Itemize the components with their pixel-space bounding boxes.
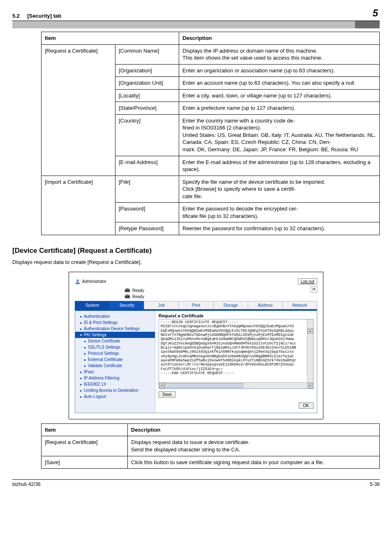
logout-button[interactable]: Log out	[298, 278, 317, 284]
svg-rect-2	[126, 288, 129, 290]
sidebar-item-ieee[interactable]: IEEE802.1X	[75, 381, 155, 387]
footer-model: bizhub 42/36	[12, 481, 41, 487]
sidebar-item-ipsec[interactable]: IPsec	[75, 369, 155, 375]
desc-cell: Enter the password to decode the encrypt…	[179, 203, 380, 222]
section-title: [Security] tab	[27, 13, 61, 19]
desc-cell: Specify the file name of the device cert…	[179, 176, 380, 203]
item-cell: [Save]	[42, 456, 128, 469]
status-block: Ready Ready	[124, 288, 144, 300]
header-accent	[12, 21, 380, 28]
field-cell: [Organization]	[115, 64, 179, 77]
field-cell: [Retype Password]	[115, 222, 179, 235]
field-cell: [Organization Unit]	[115, 77, 179, 90]
tab-bar: System Security Job Print Storage Addres…	[75, 301, 317, 309]
admin-label-text: Administrator	[82, 279, 106, 284]
table-row: [Request a Certificate] [Common Name] Di…	[42, 44, 380, 64]
tab-address[interactable]: Address	[248, 301, 283, 309]
content-heading: Request a Certificate	[159, 313, 314, 318]
scroll-thumb[interactable]	[165, 383, 243, 388]
field-cell: [File]	[115, 176, 179, 203]
tab-job[interactable]: Job	[144, 301, 179, 309]
desc-cell: Enter an organization or association nam…	[179, 64, 380, 77]
printer-icon	[124, 294, 131, 300]
desc-cell: Enter a prefecture name (up to 127 chara…	[179, 102, 380, 115]
desc-cell: Displays request data to issue a device …	[128, 436, 380, 456]
desc-cell: Enter a city, ward, town, or village nam…	[179, 89, 380, 102]
horizontal-scrollbar[interactable]: ◂ ▸	[159, 382, 313, 388]
col-desc: Description	[179, 32, 380, 45]
refresh-icon[interactable]: ⟳	[311, 286, 317, 293]
desc-cell: Displays the IP address or domain name o…	[179, 44, 380, 64]
footer-page: 5-38	[370, 481, 380, 487]
printer-icon	[124, 288, 131, 294]
item-cell: [Request a Certificate]	[42, 436, 128, 456]
svg-point-0	[76, 280, 78, 282]
page-header: 5.2 [Security] tab 5	[12, 0, 380, 21]
desc-cell: Click this button to save certificate si…	[128, 456, 380, 469]
col-desc: Description	[128, 423, 380, 436]
tab-print[interactable]: Print	[178, 301, 213, 309]
field-cell: [Common Name]	[115, 44, 179, 64]
admin-icon	[75, 279, 81, 284]
ready-text: Ready	[132, 294, 144, 299]
group-cell: [Request a Certificate]	[42, 44, 115, 176]
page-footer: bizhub 42/36 5-38	[12, 479, 380, 487]
svg-rect-4	[126, 294, 129, 296]
admin-screenshot: Administrator Log out Ready Ready ⟳ Syst…	[69, 272, 323, 419]
sidebar-item-limiting[interactable]: Limiting Access to Destination	[75, 387, 155, 393]
field-cell: [Password]	[115, 203, 179, 222]
admin-label: Administrator	[75, 279, 106, 284]
section-heading: [Device Certificate] (Request a Certific…	[12, 247, 380, 255]
table-row: [Save] Click this button to save certifi…	[42, 456, 380, 469]
certificate-textarea[interactable]: -----BEGIN CERTIFICATE REQUEST----- MIIB…	[159, 319, 314, 389]
col-item: Item	[42, 32, 179, 45]
settings-table: Item Description [Request a Certificate]…	[41, 32, 380, 235]
table-row: [Request a Certificate] Displays request…	[42, 436, 380, 456]
desc-cell: Reenter the password for confirmation (u…	[179, 222, 380, 235]
section-label: 5.2 [Security] tab	[12, 13, 61, 19]
field-cell: [State/Province]	[115, 102, 179, 115]
description-table: Item Description [Request a Certificate]…	[41, 423, 380, 469]
ready-text: Ready	[132, 288, 144, 293]
group-cell: [Import a Certificate]	[42, 176, 115, 235]
desc-cell: Enter the country name with a country co…	[179, 114, 380, 156]
sidebar-item-extcert[interactable]: External Certificate	[75, 356, 155, 363]
vertical-scrollbar[interactable]: ▴	[307, 319, 313, 382]
sidebar-item-ssltls[interactable]: SSL/TLS Settings	[75, 344, 155, 350]
sidebar-item-authdev[interactable]: Authentication Device Settings	[75, 326, 155, 332]
sidebar-item-ipfilter[interactable]: IP Address Filtering	[75, 375, 155, 381]
svg-rect-3	[125, 295, 130, 298]
tab-network[interactable]: Network	[282, 301, 317, 309]
sidebar-item-pki[interactable]: PKI Settings	[75, 332, 155, 338]
sidebar-item-devcert[interactable]: Device Certificate	[75, 338, 155, 344]
section-num: 5.2	[12, 13, 20, 19]
desc-cell: Enter the E-mail address of the administ…	[179, 156, 380, 176]
tab-storage[interactable]: Storage	[213, 301, 248, 309]
scroll-left-icon[interactable]: ◂	[159, 383, 165, 388]
table-row: [Import a Certificate] [File] Specify th…	[42, 176, 380, 203]
sidebar-item-idprint[interactable]: ID & Print Settings	[75, 319, 155, 326]
tab-system[interactable]: System	[75, 301, 110, 309]
section-lead: Displays request data to create [Request…	[12, 259, 380, 265]
scroll-up-icon[interactable]: ▴	[307, 328, 313, 334]
table-header-row: Item Description	[42, 423, 380, 436]
sidebar-item-protocol[interactable]: Protocol Settings	[75, 350, 155, 356]
sidebar-item-valcert[interactable]: Validate Certificate	[75, 363, 155, 369]
field-cell: [E-mail Address]	[115, 156, 179, 176]
save-button[interactable]: Save	[159, 391, 175, 398]
svg-rect-1	[125, 289, 130, 292]
sidebar: Authentication ID & Print Settings Authe…	[75, 311, 155, 413]
col-item: Item	[42, 423, 128, 436]
chapter-number: 5	[373, 7, 380, 19]
tab-security[interactable]: Security	[109, 301, 144, 309]
sidebar-item-auth[interactable]: Authentication	[75, 313, 155, 319]
content-pane: Request a Certificate -----BEGIN CERTIFI…	[155, 311, 317, 413]
certificate-text: -----BEGIN CERTIFICATE REQUEST----- MIIB…	[161, 320, 296, 375]
field-cell: [Country]	[115, 114, 179, 156]
ok-button[interactable]: OK	[299, 402, 314, 409]
sidebar-item-autologout[interactable]: Auto Logout	[75, 393, 155, 400]
table-header-row: Item Description	[42, 32, 380, 45]
field-cell: [Locality]	[115, 89, 179, 102]
scroll-right-icon[interactable]: ▸	[307, 383, 313, 388]
desc-cell: Enter an account name (up to 63 characte…	[179, 77, 380, 90]
